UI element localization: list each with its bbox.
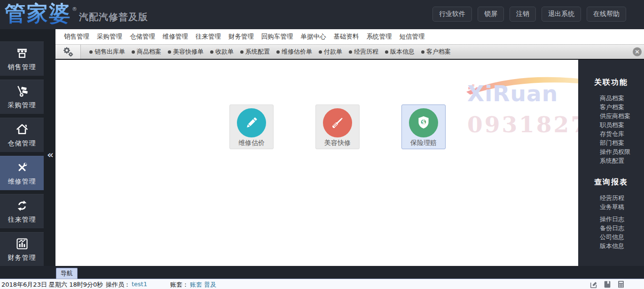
bullet-icon: [421, 50, 424, 54]
menu-warehouse[interactable]: 仓储管理: [129, 31, 156, 43]
menu-sales[interactable]: 销售管理: [63, 31, 90, 43]
rp-item-company-info[interactable]: 公司信息: [578, 233, 644, 241]
rp-item-product-files[interactable]: 商品档案: [578, 94, 644, 103]
rp-item-customer-files[interactable]: 客户档案: [578, 103, 644, 112]
rp-item-department-files[interactable]: 部门档案: [578, 138, 644, 147]
lock-screen-button[interactable]: 锁屏: [478, 7, 504, 22]
bottom-strip: 导航: [0, 266, 644, 279]
right-panel: 关联功能 商品档案 客户档案 供应商档案 职员档案 存货仓库 部门档案 操作员权…: [578, 60, 644, 279]
menu-buyback[interactable]: 回购车管理: [260, 31, 294, 43]
sidebar-item-sales[interactable]: 销售管理: [0, 41, 44, 76]
rp-item-stock-warehouse[interactable]: 存货仓库: [578, 129, 644, 138]
sidebar-item-finance[interactable]: 财务管理: [0, 232, 44, 266]
logout-button[interactable]: 注销: [510, 7, 536, 22]
bullet-icon: [240, 50, 243, 54]
shortcut-repair-estimate[interactable]: 维修估价单: [276, 48, 312, 56]
svg-text:$: $: [422, 119, 425, 126]
rp-item-staff-files[interactable]: 职员档案: [578, 120, 644, 129]
calculator-icon[interactable]: [617, 280, 625, 289]
menu-sms[interactable]: 短信管理: [399, 31, 426, 43]
rp-item-business-history[interactable]: 经营历程: [578, 193, 644, 202]
logo-text: 管家婆: [5, 2, 71, 25]
sidebar-item-purchase[interactable]: 采购管理: [0, 80, 44, 114]
status-icons: [589, 280, 625, 289]
divider: [578, 211, 644, 215]
menu-documents[interactable]: 单据中心: [300, 31, 327, 43]
main-menu-bar: 销售管理 采购管理 仓储管理 维修管理 往来管理 财务管理 回购车管理 单据中心…: [55, 29, 644, 44]
rp-item-version-info[interactable]: 版本信息: [578, 241, 644, 250]
left-sidebar: 销售管理 采购管理 仓储管理: [0, 41, 44, 270]
rp-item-business-draft[interactable]: 业务草稿: [578, 202, 644, 211]
gears-icon: [62, 46, 74, 57]
screwdriver-icon: [323, 108, 352, 137]
bullet-icon: [385, 50, 388, 54]
rp-item-system-config[interactable]: 系统配置: [578, 156, 644, 165]
rp-item-backup-log[interactable]: 备份日志: [578, 224, 644, 233]
account-value: 账套 普及: [190, 281, 216, 289]
app-header: 管家婆 ® 汽配汽修普及版 行业软件 锁屏 注销 退出系统 在线帮助: [0, 0, 644, 29]
shortcut-payment[interactable]: 付款单: [319, 48, 342, 56]
bullet-icon: [132, 50, 135, 54]
status-bar: 2018年6月23日 星期六 18时9分0秒 操作员： test1 账套： 账套…: [0, 279, 644, 289]
pencil-icon: [237, 108, 266, 137]
watermark-brand: XiRuan: [467, 80, 558, 106]
sidebar-collapse-button[interactable]: «: [45, 144, 55, 165]
rp-item-supplier-files[interactable]: 供应商档案: [578, 112, 644, 120]
shortcut-product-files[interactable]: 商品档案: [132, 48, 161, 56]
account-label: 账套：: [170, 281, 188, 289]
header-buttons: 行业软件 锁屏 注销 退出系统 在线帮助: [432, 7, 626, 22]
handtruck-icon: [16, 85, 29, 98]
logo-subtitle: 汽配汽修普及版: [79, 11, 148, 24]
online-help-button[interactable]: 在线帮助: [587, 7, 626, 22]
sidebar-item-repair[interactable]: 维修管理: [0, 156, 44, 190]
shortcut-version-info[interactable]: 版本信息: [385, 48, 415, 56]
app-window: 管家婆 ® 汽配汽修普及版 行业软件 锁屏 注销 退出系统 在线帮助 销售管理 …: [0, 0, 644, 289]
menu-finance[interactable]: 财务管理: [228, 31, 255, 43]
bar-chart-icon: [16, 237, 29, 250]
menu-basic-data[interactable]: 基础资料: [333, 31, 360, 43]
close-icon[interactable]: ×: [633, 48, 642, 56]
tile-insurance-claim[interactable]: $ 保险理赔: [401, 104, 446, 149]
rp-item-operator-permissions[interactable]: 操作员权限: [578, 147, 644, 156]
bullet-icon: [89, 50, 93, 54]
industry-software-button[interactable]: 行业软件: [432, 7, 472, 22]
bullet-icon: [210, 50, 213, 54]
book-bookmark-icon[interactable]: [603, 280, 612, 289]
menu-purchase[interactable]: 采购管理: [96, 31, 123, 43]
shortcut-system-config[interactable]: 系统配置: [240, 48, 270, 56]
brand-logo: 管家婆 ® 汽配汽修普及版: [5, 2, 148, 25]
registered-mark: ®: [72, 6, 77, 12]
circular-arrows-icon: [16, 199, 29, 212]
storefront-icon: [16, 47, 29, 60]
menu-system[interactable]: 系统管理: [366, 31, 393, 43]
bullet-icon: [349, 50, 352, 54]
bullet-icon: [319, 50, 322, 54]
house-icon: [16, 123, 29, 136]
toolbar-settings-button[interactable]: [55, 45, 81, 59]
bullet-icon: [168, 50, 171, 54]
tools-icon: [16, 161, 29, 174]
shortcut-sales-delivery[interactable]: 销售出库单: [89, 48, 125, 56]
edit-note-icon[interactable]: [589, 280, 598, 289]
menu-repair[interactable]: 维修管理: [162, 31, 189, 43]
shortcut-receipt[interactable]: 收款单: [210, 48, 234, 56]
query-reports-title: 查询报表: [578, 177, 644, 187]
shield-dollar-icon: $: [409, 108, 438, 137]
sidebar-item-contacts[interactable]: 往来管理: [0, 194, 44, 228]
tile-beauty-quick-repair[interactable]: 美容快修: [315, 104, 360, 149]
shortcut-beauty-quick-repair[interactable]: 美容快修单: [168, 48, 204, 56]
related-functions-title: 关联功能: [578, 78, 644, 88]
shortcut-customer-files[interactable]: 客户档案: [421, 48, 451, 56]
shortcut-business-history[interactable]: 经营历程: [349, 48, 378, 56]
main-workspace: XiRuan 09318271110 维修估价: [55, 60, 578, 266]
shortcut-list: 销售出库单 商品档案 美容快修单 收款单 系统配置 维修估价单 付款单 经营历程…: [81, 48, 451, 56]
chevron-left-icon: «: [47, 149, 54, 161]
menu-contacts[interactable]: 往来管理: [195, 31, 222, 43]
rp-item-operation-log[interactable]: 操作日志: [578, 215, 644, 224]
shortcut-toolbar: 销售出库单 商品档案 美容快修单 收款单 系统配置 维修估价单 付款单 经营历程…: [55, 44, 644, 60]
nav-tab[interactable]: 导航: [56, 268, 78, 279]
exit-system-button[interactable]: 退出系统: [542, 7, 581, 22]
operator-value: test1: [132, 281, 147, 288]
tile-repair-estimate[interactable]: 维修估价: [229, 104, 274, 149]
sidebar-item-warehouse[interactable]: 仓储管理: [0, 118, 44, 152]
